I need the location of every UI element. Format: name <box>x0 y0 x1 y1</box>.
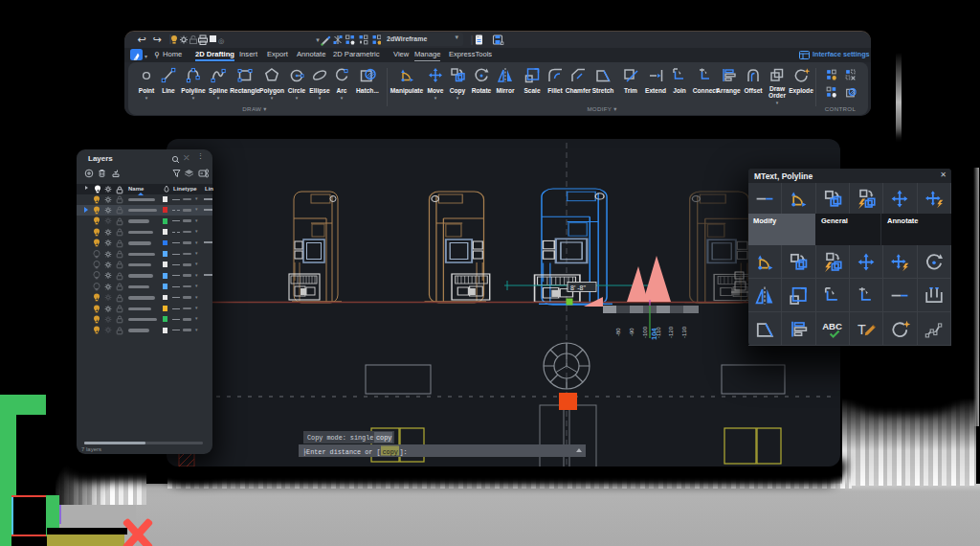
svg-text:copy: copy <box>376 434 391 442</box>
svg-text:copy: copy <box>383 448 398 456</box>
svg-text:Copy mode: single: Copy mode: single <box>307 434 373 442</box>
svg-text:8' -8": 8' -8" <box>570 284 586 291</box>
svg-text:-80: -80 <box>615 328 621 336</box>
svg-text:]:: ]: <box>400 448 408 456</box>
svg-text:-120: -120 <box>668 326 674 338</box>
svg-text:-100: -100 <box>642 326 648 338</box>
svg-text:├Enter distance or [: ├Enter distance or [ <box>302 448 381 457</box>
svg-text:-90: -90 <box>629 328 635 336</box>
svg-text:104: 104 <box>650 328 658 340</box>
svg-text:-130: -130 <box>681 326 687 338</box>
